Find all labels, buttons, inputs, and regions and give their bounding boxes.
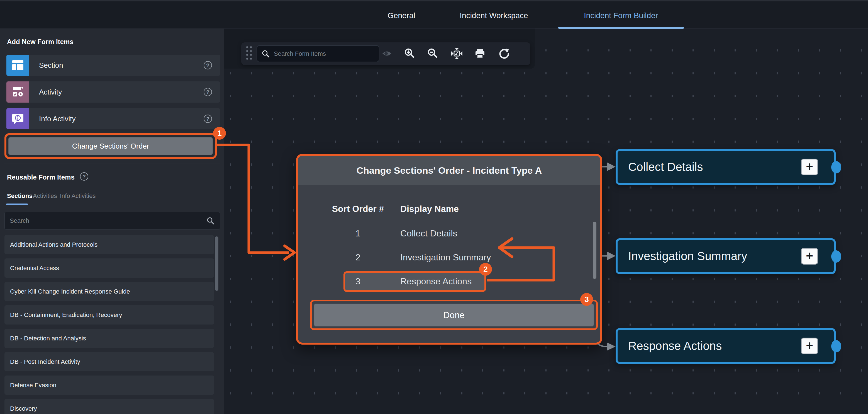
grid-dot <box>230 346 231 349</box>
list-item[interactable]: Credential Access <box>4 259 214 278</box>
grid-dot <box>419 72 420 75</box>
grid-dot <box>609 232 610 234</box>
row-display-name[interactable]: Response Actions <box>400 275 472 288</box>
grid-dot <box>272 186 273 189</box>
grid-dot <box>650 118 652 120</box>
grid-dot <box>735 209 736 212</box>
search-placeholder: Search <box>10 217 207 225</box>
list-item[interactable]: DB - Detection and Analysis <box>4 329 214 348</box>
grid-dot <box>482 72 483 75</box>
help-icon[interactable]: ? <box>204 88 212 96</box>
grid-dot <box>440 72 441 75</box>
grid-dot <box>798 392 799 394</box>
grid-dot <box>840 141 841 143</box>
list-item[interactable]: Defense Evasion <box>4 376 214 395</box>
modal-scrollbar[interactable] <box>593 221 596 279</box>
search-icon <box>207 217 215 225</box>
add-child-button[interactable]: + <box>801 159 818 175</box>
help-icon[interactable]: ? <box>204 61 212 69</box>
grid-dot <box>629 369 631 372</box>
grid-dot <box>819 118 820 120</box>
grid-dot <box>714 186 715 189</box>
grid-dot <box>819 278 820 280</box>
toolbar-drag-handle-icon[interactable] <box>246 46 252 60</box>
row-sort-order: 3 <box>315 275 401 288</box>
reusable-tab-sections[interactable]: Sections <box>7 193 33 200</box>
grid-dot <box>588 95 589 97</box>
section-node-investigation-summary[interactable]: Investigation Summary+ <box>616 238 836 274</box>
grid-dot <box>272 232 273 234</box>
list-item[interactable]: DB - Post Incident Activity <box>4 352 214 371</box>
step-badge-3: 3 <box>580 293 593 306</box>
grid-dot <box>293 209 294 212</box>
grid-dot <box>692 72 693 75</box>
list-item[interactable]: Discovery <box>4 399 214 414</box>
fit-to-screen-icon[interactable] <box>451 47 463 60</box>
grid-dot <box>861 323 862 326</box>
grid-dot <box>819 323 820 326</box>
grid-dot <box>777 392 778 394</box>
grid-dot <box>272 369 273 372</box>
grid-dot <box>672 392 673 394</box>
list-item[interactable]: Cyber Kill Change Incident Response Guid… <box>4 282 214 301</box>
help-icon[interactable]: ? <box>204 115 212 123</box>
node-output-port[interactable] <box>831 161 841 173</box>
grid-dot <box>798 369 799 372</box>
tab-incident-workspace[interactable]: Incident Workspace <box>451 10 536 21</box>
grid-dot <box>314 392 315 394</box>
eye-icon[interactable] <box>380 47 393 60</box>
reusable-tab-info-activities[interactable]: Info Activities <box>60 193 96 200</box>
tab-incident-form-builder[interactable]: Incident Form Builder <box>557 10 685 21</box>
grid-dot <box>650 300 652 303</box>
grid-dot <box>861 278 862 280</box>
grid-dot <box>314 141 315 143</box>
print-icon[interactable] <box>473 47 486 60</box>
grid-dot <box>588 49 589 52</box>
reusable-tab-activities[interactable]: Activities <box>33 193 57 200</box>
grid-dot <box>272 72 273 75</box>
grid-dot <box>419 369 420 372</box>
grid-dot <box>293 255 294 257</box>
grid-dot <box>230 300 231 303</box>
grid-dot <box>440 95 441 97</box>
grid-dot <box>251 392 252 394</box>
grid-dot <box>461 346 462 349</box>
add-item-info-activity[interactable]: Info Activity ? <box>6 108 220 129</box>
sidebar-scrollbar[interactable] <box>215 236 218 291</box>
section-node-collect-details[interactable]: Collect Details+ <box>616 149 836 185</box>
grid-dot <box>735 300 736 303</box>
grid-dot <box>609 392 610 394</box>
list-item[interactable]: Additional Actions and Protocols <box>4 235 214 254</box>
grid-dot <box>861 118 862 120</box>
node-output-port[interactable] <box>831 340 841 352</box>
list-item[interactable]: DB - Containment, Eradication, Recovery <box>4 305 214 325</box>
grid-dot <box>503 369 504 372</box>
change-sections-order-button[interactable]: Change Sections' Order <box>8 137 213 155</box>
done-button[interactable]: Done <box>314 304 594 326</box>
refresh-icon[interactable] <box>498 47 510 60</box>
add-item-activity[interactable]: Activity ? <box>6 81 220 102</box>
grid-dot <box>609 49 610 52</box>
tab-general[interactable]: General <box>373 10 430 21</box>
zoom-in-icon[interactable] <box>403 47 416 60</box>
grid-dot <box>861 72 862 75</box>
node-output-port[interactable] <box>831 250 841 263</box>
help-icon[interactable]: ? <box>80 172 88 181</box>
grid-dot <box>314 118 315 120</box>
form-items-search[interactable]: Search Form Items <box>256 45 379 62</box>
grid-dot <box>840 369 841 372</box>
add-item-section[interactable]: Section ? <box>6 55 220 76</box>
grid-dot <box>650 278 652 280</box>
add-child-button[interactable]: + <box>801 248 818 265</box>
grid-dot <box>461 392 462 394</box>
zoom-out-icon[interactable] <box>426 47 439 60</box>
section-node-response-actions[interactable]: Response Actions+ <box>616 328 836 364</box>
grid-dot <box>714 209 715 212</box>
grid-dot <box>714 95 715 97</box>
row-display-name[interactable]: Investigation Summary <box>400 251 491 263</box>
row-display-name[interactable]: Collect Details <box>400 227 457 239</box>
sidebar-search[interactable]: Search <box>4 212 220 230</box>
add-child-button[interactable]: + <box>801 337 818 354</box>
node-title: Response Actions <box>628 330 722 362</box>
grid-dot <box>798 278 799 280</box>
